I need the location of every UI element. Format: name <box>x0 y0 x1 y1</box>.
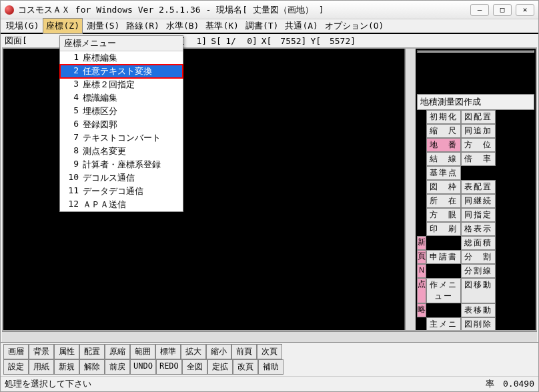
dropdown-item-7[interactable]: 7テキストコンバート <box>60 131 183 145</box>
side-a-1 <box>417 124 426 138</box>
menu-5[interactable]: 基準(K) <box>203 19 241 33</box>
dropdown-item-8[interactable]: 8測点名変更 <box>60 145 183 158</box>
bottom-row1-2[interactable]: 属性 <box>54 344 79 359</box>
panel-btn-0-1[interactable]: 図配置 <box>461 110 496 124</box>
bottom-row2-6[interactable]: REDO <box>156 359 182 375</box>
titlebar: コスモスＡＸ for Windows Ver 2.5.1.36 - 現場名[ 丈… <box>1 1 538 19</box>
dropdown-item-11[interactable]: 11データデコ通信 <box>60 185 183 198</box>
panel-btn-12-0[interactable]: 作メニュー <box>426 278 461 303</box>
panel-btn-4-0[interactable]: 基準点 <box>426 166 461 180</box>
side-a-3 <box>417 152 426 166</box>
bottom-row2-9[interactable]: 改頁 <box>233 359 258 375</box>
bottom-row1-0[interactable]: 画層 <box>3 344 29 359</box>
panel-btn-3-0[interactable]: 結 線 <box>426 152 461 166</box>
side-a-0 <box>417 110 426 124</box>
panel-btn-12-1[interactable]: 図移動 <box>461 278 496 303</box>
panel-btn-0-0[interactable]: 初期化 <box>426 110 461 124</box>
panel-btn-2-0[interactable]: 地 番 <box>426 138 461 152</box>
dropdown-item-5[interactable]: 5埋標区分 <box>60 105 183 118</box>
bottom-row1-8[interactable]: 縮小 <box>206 344 231 359</box>
bottom-row2-5[interactable]: UNDO <box>130 359 156 375</box>
dropdown-item-4[interactable]: 4標識編集 <box>60 91 183 105</box>
menu-8[interactable]: オプション(O) <box>322 19 386 33</box>
dropdown-item-9[interactable]: 9計算者・座標系登録 <box>60 158 183 171</box>
panel-btn-8-0[interactable]: 印 刷 <box>426 222 461 236</box>
dropdown-item-12[interactable]: 12ＡＰＡ送信 <box>60 198 183 211</box>
panel-btn-4-1 <box>461 166 496 180</box>
minimize-button[interactable]: ― <box>470 4 489 16</box>
bottom-row1-5[interactable]: 範囲 <box>130 344 155 359</box>
bottom-row2-0[interactable]: 設定 <box>3 359 29 375</box>
bottom-row2-10[interactable]: 補助 <box>258 359 284 375</box>
side-a-6 <box>417 194 426 208</box>
side-a-12[interactable]: 点 <box>417 278 426 303</box>
dropdown-item-6[interactable]: 6登録図郭 <box>60 118 183 131</box>
bottom-row2-4[interactable]: 前戻 <box>105 359 130 375</box>
horizontal-scrollbar[interactable] <box>2 331 537 342</box>
menu-4[interactable]: 水準(B) <box>163 19 201 33</box>
panel-btn-1-0[interactable]: 縮 尺 <box>426 124 461 138</box>
panel-btn-2-1[interactable]: 方 位 <box>461 138 496 152</box>
dropdown-item-3[interactable]: 3座標２回指定 <box>60 78 183 91</box>
panel-btn-11-0 <box>426 264 461 278</box>
bottom-row1-9[interactable]: 前頁 <box>231 344 257 359</box>
maximize-button[interactable]: □ <box>493 4 512 16</box>
panel-btn-3-1[interactable]: 倍 率 <box>461 152 496 166</box>
panel-btn-13-1[interactable]: 表移動 <box>461 303 496 317</box>
bottom-row1-3[interactable]: 配置 <box>79 344 105 359</box>
panel-title: 地積測量図作成 <box>417 94 534 110</box>
dropdown-item-10[interactable]: 10デコルス通信 <box>60 171 183 185</box>
side-a-9[interactable]: 新 <box>417 236 426 250</box>
panel-btn-13-0 <box>426 303 461 317</box>
bottom-row2-2[interactable]: 新規 <box>54 359 79 375</box>
bottom-row1-10[interactable]: 次頁 <box>257 344 282 359</box>
vertical-scrollbar[interactable] <box>405 49 416 330</box>
bottom-row2-1[interactable]: 用紙 <box>29 359 54 375</box>
bottom-toolbar: 画層背景属性配置原縮範囲標準拡大縮小前頁次頁 設定用紙新規解除前戻UNDORED… <box>1 342 538 376</box>
side-a-13[interactable]: 略 <box>417 303 426 317</box>
panel-btn-7-1[interactable]: 同指定 <box>461 208 496 222</box>
bottom-row2-8[interactable]: 定拡 <box>207 359 233 375</box>
panel-btn-7-0[interactable]: 方 眼 <box>426 208 461 222</box>
menu-7[interactable]: 共通(A) <box>282 19 320 33</box>
panel-btn-6-1[interactable]: 同継続 <box>461 194 496 208</box>
panel-btn-9-1[interactable]: 総面積 <box>461 236 496 250</box>
menu-6[interactable]: 調書(T) <box>243 19 281 33</box>
panel-btn-8-1[interactable]: 格表示 <box>461 222 496 236</box>
panel-btn-5-1[interactable]: 表配置 <box>461 180 496 194</box>
d-value: 1] <box>188 36 208 46</box>
panel-btn-5-0[interactable]: 図 枠 <box>426 180 461 194</box>
dropdown-item-2[interactable]: 2任意テキスト変換 <box>60 65 183 78</box>
side-a-7 <box>417 208 426 222</box>
side-a-4 <box>417 166 426 180</box>
y-label: Y[ <box>309 36 322 46</box>
menu-3[interactable]: 路線(R) <box>123 19 161 33</box>
side-a-11[interactable]: Ｎ <box>417 264 426 278</box>
bottom-row1-4[interactable]: 原縮 <box>105 344 130 359</box>
menu-1[interactable]: 座標(Z) <box>43 18 82 34</box>
dropdown-item-1[interactable]: 1座標編集 <box>60 51 183 65</box>
preview-box <box>417 50 534 53</box>
app-icon <box>5 5 14 15</box>
panel-btn-14-0[interactable]: 主メニュー <box>426 317 461 331</box>
menu-0[interactable]: 現場(G) <box>3 19 41 33</box>
panel-btn-10-1[interactable]: 分 割 <box>461 250 496 264</box>
bottom-row2-7[interactable]: 全図 <box>182 359 207 375</box>
panel-btn-1-1[interactable]: 同追加 <box>461 124 496 138</box>
menu-2[interactable]: 測量(S) <box>84 19 122 33</box>
panel-btn-6-0[interactable]: 所 在 <box>426 194 461 208</box>
bottom-row2-3[interactable]: 解除 <box>79 359 105 375</box>
bottom-row1-6[interactable]: 標準 <box>155 344 181 359</box>
x-value: 7552] <box>274 36 308 46</box>
panel-btn-10-0[interactable]: 申請書 <box>426 250 461 264</box>
panel-btn-14-1[interactable]: 図削除 <box>461 317 496 331</box>
bottom-row1-7[interactable]: 拡大 <box>181 344 206 359</box>
s2-value: 0] <box>239 36 259 46</box>
status-message: 処理を選択して下さい <box>5 378 91 390</box>
bottom-row1-1[interactable]: 背景 <box>29 344 54 359</box>
close-button[interactable]: ✕ <box>516 4 534 16</box>
side-a-10[interactable]: 頁 <box>417 250 426 264</box>
side-a-14 <box>417 317 426 331</box>
rate-label: 率 <box>486 379 494 389</box>
panel-btn-11-1[interactable]: 分割線 <box>461 264 496 278</box>
